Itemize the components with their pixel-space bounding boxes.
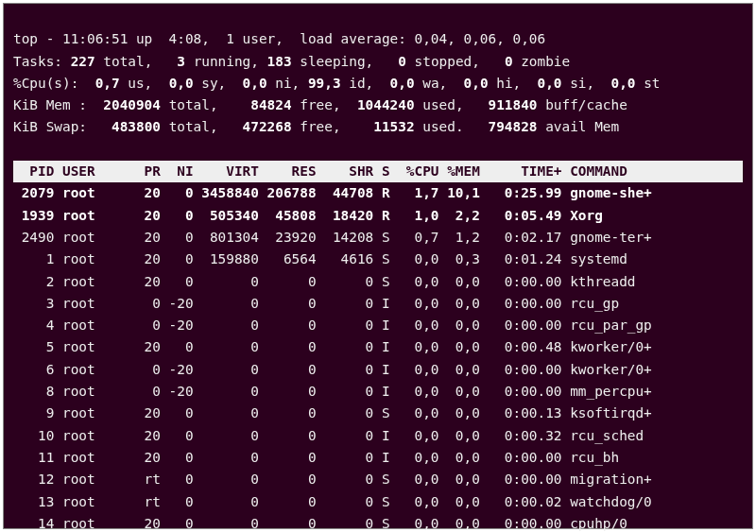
process-row[interactable]: 5 root 20 0 0 0 0 I 0,0 0,0 0:00.48 kwor… <box>13 336 743 358</box>
summary-line-4: KiB Mem : 2040904 total, 84824 free, 104… <box>13 97 627 112</box>
process-row[interactable]: 2 root 20 0 0 0 0 S 0,0 0,0 0:00.00 kthr… <box>13 271 743 293</box>
summary-line-5: KiB Swap: 483800 total, 472268 free, 115… <box>13 119 619 134</box>
process-row[interactable]: 10 root 20 0 0 0 0 I 0,0 0,0 0:00.32 rcu… <box>13 425 743 447</box>
process-row[interactable]: 1939 root 20 0 505340 45808 18420 R 1,0 … <box>13 205 743 227</box>
column-header[interactable]: PID USER PR NI VIRT RES SHR S %CPU %MEM … <box>13 161 743 182</box>
summary-line-3: %Cpu(s): 0,7 us, 0,0 sy, 0,0 ni, 99,3 id… <box>13 76 661 91</box>
process-row[interactable]: 11 root 20 0 0 0 0 I 0,0 0,0 0:00.00 rcu… <box>13 447 743 469</box>
process-row[interactable]: 3 root 0 -20 0 0 0 I 0,0 0,0 0:00.00 rcu… <box>13 293 743 315</box>
process-row[interactable]: 6 root 0 -20 0 0 0 I 0,0 0,0 0:00.00 kwo… <box>13 359 743 381</box>
process-row[interactable]: 2490 root 20 0 801304 23920 14208 S 0,7 … <box>13 227 743 249</box>
process-row[interactable]: 14 root 20 0 0 0 0 S 0,0 0,0 0:00.00 cpu… <box>13 513 743 532</box>
summary-line-2: Tasks: 227 total, 3 running, 183 sleepin… <box>13 54 570 69</box>
process-row[interactable]: 9 root 20 0 0 0 0 S 0,0 0,0 0:00.13 ksof… <box>13 403 743 424</box>
summary-line-1: top - 11:06:51 up 4:08, 1 user, load ave… <box>13 31 545 46</box>
process-row[interactable]: 13 root rt 0 0 0 0 S 0,0 0,0 0:00.02 wat… <box>13 491 743 513</box>
process-row[interactable]: 8 root 0 -20 0 0 0 I 0,0 0,0 0:00.00 mm_… <box>13 381 743 403</box>
process-row[interactable]: 4 root 0 -20 0 0 0 I 0,0 0,0 0:00.00 rcu… <box>13 315 743 336</box>
process-row[interactable]: 1 root 20 0 159880 6564 4616 S 0,0 0,3 0… <box>13 249 743 270</box>
process-row[interactable]: 2079 root 20 0 3458840 206788 44708 R 1,… <box>13 182 743 204</box>
blank-line <box>13 142 22 157</box>
process-row[interactable]: 12 root rt 0 0 0 0 S 0,0 0,0 0:00.00 mig… <box>13 469 743 490</box>
terminal[interactable]: top - 11:06:51 up 4:08, 1 user, load ave… <box>3 3 753 529</box>
process-list: 2079 root 20 0 3458840 206788 44708 R 1,… <box>13 182 743 532</box>
